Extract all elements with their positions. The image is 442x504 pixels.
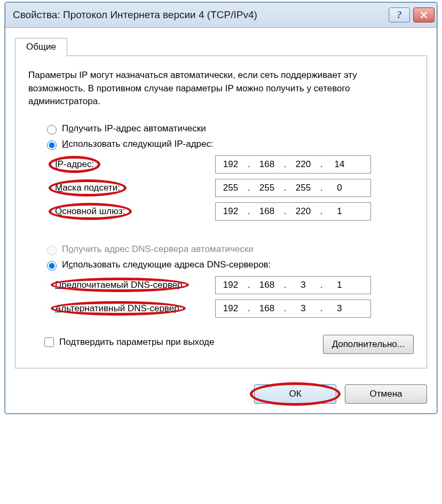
label-subnet-mask: Маска подсети: (55, 183, 120, 193)
checkbox-confirm-label: Подтвердить параметры при выходе (59, 337, 214, 348)
row-gateway: Основной шлюз: 192. 168. 220. 1 (55, 202, 414, 220)
radio-ip-manual-row[interactable]: Использовать следующий IP-адрес: (44, 139, 414, 150)
close-icon (420, 11, 428, 19)
radio-dns-manual-row[interactable]: Использовать следующие адреса DNS-сервер… (44, 259, 414, 271)
row-ip-address: IP-адрес: 192. 168. 220. 14 (55, 155, 414, 174)
row-subnet-mask: Маска подсети: 255. 255. 255. 0 (55, 179, 414, 197)
input-subnet-mask[interactable]: 255. 255. 255. 0 (215, 179, 371, 197)
cancel-button[interactable]: Отмена (345, 384, 427, 404)
footer: ОК Отмена (5, 376, 437, 413)
dialog-window: Свойства: Протокол Интернета версии 4 (T… (5, 2, 437, 414)
help-button[interactable]: ? (389, 7, 410, 22)
row-dns-pref: Предпочитаемый DNS-сервер: 192. 168. 3. … (55, 276, 414, 294)
checkbox-confirm[interactable] (44, 337, 54, 347)
radio-dns-auto-row: Получить адрес DNS-сервера автоматически (44, 244, 414, 255)
input-dns-pref[interactable]: 192. 168. 3. 1 (215, 276, 371, 294)
label-gateway: Основной шлюз: (55, 206, 125, 217)
label-ip-address: IP-адрес: (55, 159, 94, 170)
radio-ip-manual[interactable] (47, 140, 57, 150)
input-ip-address[interactable]: 192. 168. 220. 14 (215, 155, 371, 174)
tab-panel: Параметры IP могут назначаться автоматич… (15, 56, 427, 368)
row-dns-alt: Альтернативный DNS-сервер: 192. 168. 3. … (55, 300, 414, 318)
tab-label: Общие (26, 42, 56, 52)
tab-strip: Общие (15, 37, 427, 56)
input-gateway[interactable]: 192. 168. 220. 1 (215, 202, 371, 220)
ok-label: ОК (289, 389, 301, 399)
cancel-label: Отмена (370, 389, 402, 399)
tab-general[interactable]: Общие (15, 38, 67, 56)
radio-ip-manual-label: Использовать следующий IP-адрес: (62, 139, 214, 149)
advanced-button[interactable]: Дополнительно... (323, 335, 414, 354)
radio-dns-auto-label: Получить адрес DNS-сервера автоматически (62, 244, 254, 255)
radio-dns-manual[interactable] (47, 261, 57, 271)
checkbox-confirm-row[interactable]: Подтвердить параметры при выходе (42, 336, 214, 349)
radio-dns-manual-label: Использовать следующие адреса DNS-сервер… (62, 259, 271, 270)
radio-ip-auto[interactable] (47, 125, 57, 135)
titlebar: Свойства: Протокол Интернета версии 4 (T… (5, 3, 437, 28)
close-button[interactable] (413, 7, 435, 22)
radio-dns-auto (47, 246, 57, 255)
radio-ip-auto-row[interactable]: Получить IP-адрес автоматически (44, 123, 414, 135)
radio-ip-auto-label: Получить IP-адрес автоматически (62, 123, 206, 134)
ok-button[interactable]: ОК (254, 384, 336, 404)
label-dns-alt: Альтернативный DNS-сервер: (55, 303, 181, 313)
label-dns-pref: Предпочитаемый DNS-сервер: (55, 280, 185, 290)
window-title: Свойства: Протокол Интернета версии 4 (T… (13, 9, 385, 21)
input-dns-alt[interactable]: 192. 168. 3. 3 (215, 300, 371, 318)
description-text: Параметры IP могут назначаться автоматич… (28, 69, 414, 108)
